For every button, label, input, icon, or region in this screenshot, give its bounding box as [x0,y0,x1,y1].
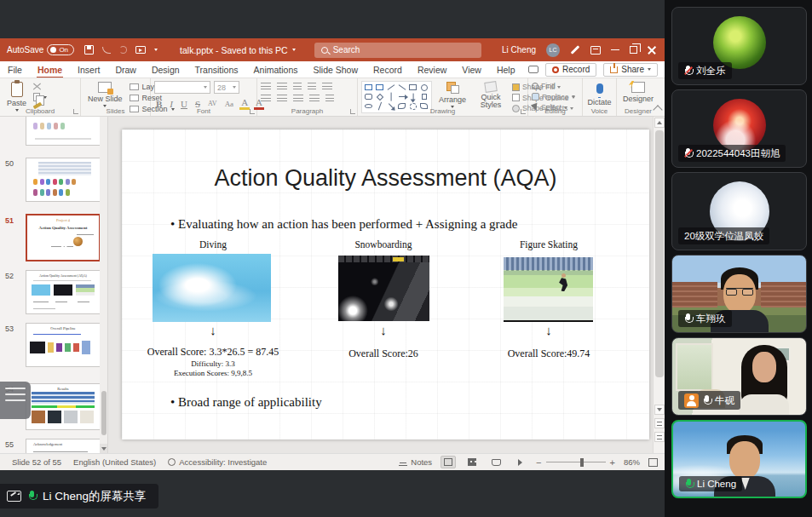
zoom-slider-knob[interactable] [580,458,584,467]
paragraph-dialog-launcher[interactable] [350,109,355,114]
scroll-thumb[interactable] [655,130,664,377]
character-spacing-button[interactable]: AV [206,100,219,107]
menu-transitions[interactable]: Transitions [187,63,246,77]
menu-animations[interactable]: Animations [246,63,306,77]
mic-on-icon [684,313,692,325]
menu-draw[interactable]: Draw [107,63,144,77]
participant-tile-tianzhaoxu[interactable]: 2022544043田朝旭 [671,89,807,168]
group-label-paragraph: Paragraph [257,107,357,115]
close-button[interactable] [648,46,656,55]
customize-qat-chevron-icon[interactable] [154,49,158,51]
menu-home[interactable]: Home [30,63,70,77]
autosave-pill[interactable]: On [47,44,74,55]
autosave-toggle[interactable]: AutoSave On [7,44,74,55]
menu-design[interactable]: Design [144,63,187,77]
slide-thumbnail-52[interactable]: Action Quality Assessment (AQA) [26,270,101,314]
find-button[interactable]: Find [532,82,556,90]
zoom-percent[interactable]: 86% [624,457,640,467]
quick-styles-button[interactable]: Quick Styles [473,81,509,111]
slide-thumbnail-50[interactable] [26,158,101,202]
scroll-up-button[interactable] [654,118,665,128]
next-slide-button[interactable] [654,432,665,442]
menu-view[interactable]: View [454,63,489,77]
align-center-icon[interactable] [277,95,287,102]
menu-review[interactable]: Review [410,63,454,77]
fit-slide-to-window-button[interactable] [648,458,658,467]
align-right-icon[interactable] [293,95,303,102]
slide-thumbnail-53[interactable]: Overall Pipeline [26,323,101,367]
clipboard-dialog-launcher[interactable] [73,109,78,114]
columns-icon[interactable] [325,95,334,102]
start-slideshow-icon[interactable] [135,46,146,54]
normal-view-button[interactable] [441,456,456,468]
zoom-control[interactable]: − + [536,457,615,468]
arrange-button[interactable]: Arrange [435,81,469,109]
numbering-icon[interactable] [277,83,287,90]
notes-toggle[interactable]: Notes [399,457,432,467]
copy-icon[interactable] [33,93,40,101]
font-size-value: 28 [217,83,226,92]
new-slide-button[interactable]: New Slide [84,81,126,108]
slide-thumbnail-54[interactable]: Results [26,383,101,430]
zoom-in-button[interactable]: + [610,457,615,468]
designer-button[interactable]: Designer [619,81,657,104]
scroll-down-button[interactable] [654,405,665,415]
reading-view-button[interactable] [488,456,504,468]
undo-icon[interactable] [102,47,111,54]
share-button[interactable]: Share [603,63,658,77]
participant-tile-wenfengjiao[interactable]: 20级双学位温凤姣 [671,172,807,250]
participant-tile-chexiangjiu[interactable]: 车翔玖 [671,255,807,333]
slideshow-view-button[interactable] [512,456,527,468]
thumbnail-scrollbar[interactable] [100,117,107,453]
ribbon-display-icon[interactable] [590,46,601,55]
justify-icon[interactable] [309,95,320,102]
slide-thumbnail-51-selected[interactable]: Project 4 Action Quality Assessment [26,214,101,261]
zoom-out-button[interactable]: − [536,457,541,468]
slide-thumbnail-49[interactable] [26,117,101,146]
drawing-dialog-launcher[interactable] [521,109,526,114]
menu-slideshow[interactable]: Slide Show [306,63,366,77]
restore-button[interactable] [630,46,637,54]
document-title[interactable]: talk.pptx - Saved to this PC [180,45,296,55]
font-size-combo[interactable]: 28 [214,81,239,94]
participant-tile-liuquanle[interactable]: 刘全乐 [671,7,807,85]
menu-record[interactable]: Record [366,63,410,77]
participant-tile-licheng[interactable]: Li Cheng [671,420,807,498]
pen-icon[interactable] [571,45,580,55]
search-input[interactable]: Search [314,43,481,58]
menu-help[interactable]: Help [489,63,523,77]
increase-indent-icon[interactable] [308,83,316,90]
menu-insert[interactable]: Insert [70,63,107,77]
previous-slide-button[interactable] [654,418,665,428]
bullets-icon[interactable] [261,83,271,90]
language-indicator[interactable]: English (United States) [73,457,156,467]
line-spacing-icon[interactable] [322,83,332,90]
align-left-icon[interactable] [261,95,271,102]
redo-icon[interactable] [119,46,127,54]
thumbnail-scroll-down-button[interactable] [100,444,107,453]
font-dialog-launcher[interactable] [250,109,255,114]
user-avatar[interactable]: LC [546,43,560,57]
record-button[interactable]: Record [545,63,596,77]
cut-icon[interactable] [33,83,41,90]
save-icon[interactable] [84,45,94,55]
screen-share-banner[interactable]: Li Cheng的屏幕共享 [0,484,158,508]
font-name-combo[interactable] [154,81,210,94]
change-case-button[interactable]: Aa [223,100,236,108]
minimize-button[interactable] [611,49,619,51]
menu-file[interactable]: File [0,63,30,77]
host-badge-icon [684,393,699,408]
dictate-button[interactable]: Dictate [585,81,615,107]
participant-tile-niuyan[interactable]: 牛砚 [671,337,807,416]
accessibility-status[interactable]: Accessibility: Investigate [168,457,267,467]
decrease-indent-icon[interactable] [293,83,302,90]
canvas-vertical-scrollbar[interactable] [653,117,665,453]
slide-thumbnail-55[interactable]: Acknowledgement [26,439,101,453]
replace-button[interactable]: Replace [532,93,575,101]
zoom-slider[interactable] [546,462,606,463]
slide-sorter-view-button[interactable] [464,456,480,468]
slide-indicator[interactable]: Slide 52 of 55 [12,457,61,467]
slide-editor[interactable]: Action Quality Assessment (AQA) • Evalua… [122,129,649,439]
meeting-floating-toolbar[interactable] [0,382,31,419]
comments-icon[interactable] [528,66,538,73]
